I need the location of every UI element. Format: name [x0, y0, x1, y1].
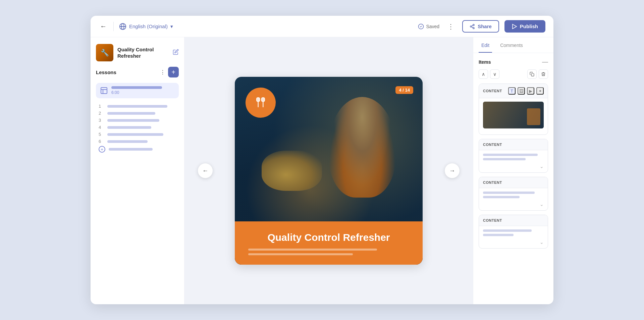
content-card-4: CONTENT ⌄	[479, 215, 548, 249]
content-label-4: CONTENT	[483, 218, 502, 222]
content-chevron-button[interactable]: ⌄	[540, 239, 544, 245]
edit-course-button[interactable]	[173, 49, 179, 56]
lesson-bar-group: 6:00	[111, 86, 175, 95]
content-card-body-3: ⌄	[479, 188, 548, 210]
duplicate-button[interactable]	[527, 69, 537, 79]
content-chevron-button[interactable]: ⌄	[540, 164, 544, 169]
course-title: Quality Control Refresher	[117, 46, 169, 59]
slide-icon-circle	[246, 88, 276, 118]
tab-comments[interactable]: Comments	[497, 37, 526, 53]
right-panel: Edit Comments Items — ∧ ∨	[473, 37, 553, 304]
content-card-header-1: CONTENT T 🖼 ▶ ✦	[479, 84, 548, 98]
svg-rect-10	[101, 88, 107, 94]
slide-container: 4 / 14 Quality Control Refresher	[235, 77, 423, 265]
app-window: ← English (Original) ▾ Saved ⋮	[91, 16, 553, 304]
list-item[interactable]: 2	[99, 111, 179, 116]
prev-slide-button[interactable]: ←	[198, 163, 213, 178]
content-card-header-2: CONTENT	[479, 139, 548, 150]
sub-bar	[107, 126, 151, 129]
share-button[interactable]: Share	[462, 20, 499, 33]
tab-edit[interactable]: Edit	[479, 37, 492, 53]
content-card-3: CONTENT ⌄	[479, 177, 548, 211]
list-item[interactable]: 6	[99, 139, 179, 144]
list-item[interactable]: 3	[99, 118, 179, 123]
list-item[interactable]: 5	[99, 132, 179, 137]
image-type-button[interactable]: 🖼	[518, 87, 525, 95]
svg-point-5	[470, 26, 472, 27]
sub-bar	[107, 105, 167, 108]
sub-bar	[107, 133, 163, 136]
content-text-bar	[483, 192, 535, 194]
items-label: Items	[479, 59, 491, 65]
video-type-button[interactable]: ▶	[527, 87, 534, 95]
person-shape	[329, 97, 396, 198]
svg-rect-19	[531, 73, 534, 76]
header: ← English (Original) ▾ Saved ⋮	[91, 16, 553, 37]
add-sub-lesson-button[interactable]: +	[99, 146, 105, 153]
publish-button[interactable]: Publish	[504, 20, 545, 33]
content-chevron-button[interactable]: ⌄	[540, 202, 544, 207]
content-card-body-2: ⌄	[479, 150, 548, 172]
slide-line	[248, 249, 377, 251]
dropdown-arrow: ▾	[170, 23, 173, 30]
back-button[interactable]: ←	[99, 21, 108, 32]
language-selector[interactable]: English (Original) ▾	[119, 23, 173, 30]
saved-label: Saved	[426, 24, 439, 29]
content-chevron-row: ⌄	[483, 238, 544, 245]
globe-icon	[119, 23, 126, 30]
content-text-bar	[483, 234, 514, 236]
content-card-body-4: ⌄	[479, 226, 548, 248]
content-label-3: CONTENT	[483, 180, 502, 184]
more-button[interactable]: ⋮	[445, 21, 457, 32]
publish-icon	[512, 24, 517, 29]
main-body: 🔧 Quality Control Refresher Lessons ⋮ +	[91, 37, 553, 304]
canvas-area: ←	[184, 37, 473, 304]
lesson-item-active[interactable]: 6:00	[96, 83, 179, 98]
slide-lines	[248, 249, 409, 255]
sub-bar	[107, 119, 159, 122]
lesson-time: 6:00	[111, 90, 175, 95]
sidebar: 🔧 Quality Control Refresher Lessons ⋮ +	[91, 37, 184, 304]
sub-bar	[107, 112, 155, 115]
share-icon	[470, 24, 475, 29]
language-label: English (Original)	[129, 23, 168, 29]
svg-marker-9	[513, 24, 517, 29]
items-header: Items —	[479, 58, 548, 65]
publish-label: Publish	[520, 23, 538, 29]
svg-line-7	[472, 27, 473, 28]
tools-icon	[253, 95, 268, 110]
content-text-bar	[483, 158, 526, 160]
pencil-icon	[173, 49, 179, 55]
sub-num: 4	[99, 125, 104, 130]
move-up-button[interactable]: ∧	[479, 69, 488, 79]
items-collapse-button[interactable]: —	[542, 58, 548, 65]
sub-lessons-list: 1 2 3 4 5	[96, 104, 179, 153]
content-card-1: CONTENT T 🖼 ▶ ✦	[479, 84, 548, 135]
content-text-bar	[483, 196, 520, 198]
thumb-figure	[527, 108, 540, 125]
interactive-type-button[interactable]: ✦	[536, 87, 544, 95]
lessons-actions: ⋮ +	[160, 67, 179, 77]
move-down-button[interactable]: ∨	[490, 69, 499, 79]
header-divider	[113, 22, 114, 31]
sub-num: 6	[99, 139, 104, 144]
lessons-more-button[interactable]: ⋮	[160, 69, 165, 75]
next-slide-button[interactable]: →	[445, 163, 460, 178]
sub-num: 2	[99, 111, 104, 116]
check-circle-icon	[418, 23, 424, 30]
slide-badge: 4 / 14	[395, 86, 413, 94]
gloves-shape	[262, 151, 322, 191]
items-toolbar: ∧ ∨	[479, 69, 548, 79]
content-chevron-row: ⌄	[483, 162, 544, 169]
svg-line-8	[472, 25, 473, 26]
lessons-header: Lessons ⋮ +	[96, 67, 179, 77]
slide-text-box: Quality Control Refresher	[235, 221, 423, 265]
add-lesson-button[interactable]: +	[168, 67, 179, 77]
list-item[interactable]: 1	[99, 104, 179, 109]
text-type-button[interactable]: T	[508, 87, 516, 95]
sub-num: 1	[99, 104, 104, 109]
delete-button[interactable]	[539, 69, 548, 79]
lesson-file-icon	[100, 87, 108, 95]
list-item[interactable]: 4	[99, 125, 179, 130]
list-item[interactable]: +	[99, 146, 179, 153]
